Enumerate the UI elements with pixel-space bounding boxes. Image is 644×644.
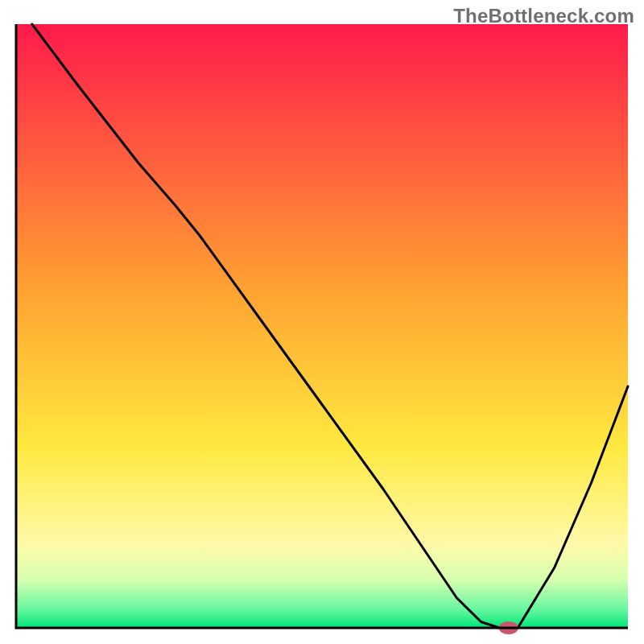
watermark-text: TheBottleneck.com — [453, 5, 634, 27]
bottleneck-chart: TheBottleneck.com — [0, 0, 644, 644]
chart-background — [16, 24, 628, 628]
chart-svg — [0, 0, 644, 644]
